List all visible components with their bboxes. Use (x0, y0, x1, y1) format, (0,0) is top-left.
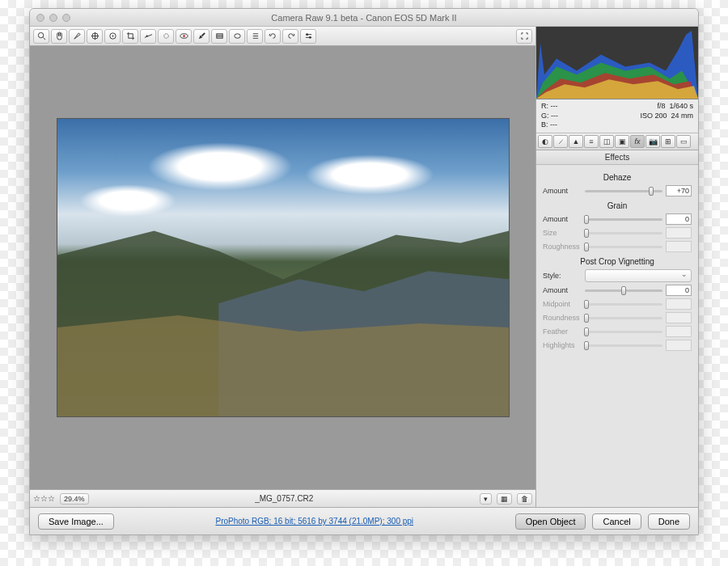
rotate-ccw-icon[interactable] (265, 29, 281, 44)
app-window: Camera Raw 9.1 beta - Canon EOS 5D Mark … (29, 8, 699, 535)
vignette-feather-value (666, 326, 692, 337)
toolbar (30, 27, 535, 46)
svg-point-22 (306, 33, 308, 36)
vignette-roundness-slider (585, 317, 662, 319)
graduated-filter-icon[interactable] (211, 29, 227, 44)
grain-size-value (666, 227, 692, 239)
grain-size-control: Size (543, 227, 692, 239)
exif-readout: R: --- G: --- B: --- f/8 1/640 s ISO 200… (536, 99, 698, 133)
vignette-amount-control: Amount 0 (543, 285, 692, 296)
prefs-icon[interactable] (300, 29, 316, 44)
dehaze-section-title: Dehaze (543, 173, 692, 182)
adjustments-panel: R: --- G: --- B: --- f/8 1/640 s ISO 200… (536, 27, 698, 507)
rating-stars[interactable]: ☆☆☆ (33, 494, 55, 503)
tab-presets[interactable]: ⊞ (661, 135, 675, 148)
svg-point-6 (112, 36, 113, 37)
dehaze-amount-value[interactable]: +70 (666, 185, 692, 196)
vignette-style-label: Style: (543, 272, 582, 280)
spot-removal-icon[interactable] (158, 29, 174, 44)
cancel-button[interactable]: Cancel (592, 513, 641, 530)
vignette-midpoint-slider (585, 303, 662, 306)
preview-pane: ☆☆☆ 29.4% _MG_0757.CR2 ▾ ▦ 🗑 (30, 27, 536, 507)
grain-amount-label: Amount (543, 215, 582, 223)
grid-icon[interactable]: ▦ (497, 493, 512, 505)
tab-lens[interactable]: ▣ (615, 135, 629, 148)
panel-title: Effects (536, 150, 698, 165)
vignette-amount-value[interactable]: 0 (666, 285, 692, 296)
rotate-cw-icon[interactable] (282, 29, 298, 44)
tab-curve[interactable]: ⟋ (553, 135, 568, 148)
grain-roughness-label: Roughness (543, 243, 582, 251)
crop-tool-icon[interactable] (122, 29, 138, 44)
grain-section-title: Grain (543, 201, 692, 210)
vignette-highlights-slider (585, 344, 662, 347)
targeted-adjust-icon[interactable] (104, 29, 121, 44)
grain-roughness-control: Roughness (543, 241, 692, 252)
grain-amount-control: Amount 0 (543, 213, 692, 225)
vignette-highlights-control: Highlights (543, 340, 692, 351)
zoom-tool-icon[interactable] (33, 29, 49, 44)
list-view-icon[interactable] (247, 29, 263, 44)
hand-tool-icon[interactable] (51, 29, 67, 44)
vignette-midpoint-value (666, 298, 692, 310)
tab-effects[interactable]: fx (630, 135, 645, 148)
save-image-button[interactable]: Save Image... (38, 513, 114, 530)
done-button[interactable]: Done (648, 513, 690, 530)
dehaze-amount-label: Amount (543, 187, 582, 195)
tab-detail[interactable]: ▲ (569, 135, 583, 148)
minimize-icon[interactable] (49, 14, 57, 22)
window-controls (30, 14, 70, 22)
vignette-highlights-value (666, 340, 692, 351)
tab-camera[interactable]: 📷 (645, 135, 660, 148)
svg-rect-8 (146, 36, 147, 37)
vignette-feather-label: Feather (543, 327, 582, 336)
open-object-button[interactable]: Open Object (515, 513, 586, 530)
zoom-level[interactable]: 29.4% (60, 493, 89, 505)
histogram[interactable] (536, 27, 698, 99)
panel-tabs: ◐ ⟋ ▲ ≡ ◫ ▣ fx 📷 ⊞ ▭ (536, 133, 698, 150)
titlebar: Camera Raw 9.1 beta - Canon EOS 5D Mark … (30, 9, 698, 27)
dehaze-amount-control: Amount +70 (543, 185, 692, 196)
vignette-style-dropdown[interactable] (585, 269, 692, 282)
dehaze-amount-slider[interactable] (585, 190, 662, 192)
tab-basic[interactable]: ◐ (538, 135, 552, 148)
radial-filter-icon[interactable] (229, 29, 245, 44)
svg-line-12 (201, 33, 205, 36)
close-icon[interactable] (36, 14, 44, 22)
workflow-link[interactable]: ProPhoto RGB; 16 bit; 5616 by 3744 (21.0… (121, 517, 509, 526)
vignette-highlights-label: Highlights (543, 341, 582, 349)
window-title: Camera Raw 9.1 beta - Canon EOS 5D Mark … (30, 13, 698, 23)
adjustment-brush-icon[interactable] (193, 29, 210, 44)
tab-snapshots[interactable]: ▭ (676, 135, 691, 148)
grain-roughness-slider (585, 246, 662, 248)
vignette-midpoint-label: Midpoint (543, 300, 582, 308)
svg-line-1 (43, 37, 45, 40)
grain-roughness-value (666, 241, 692, 252)
tab-hsl[interactable]: ≡ (584, 135, 599, 148)
svg-point-11 (183, 35, 185, 37)
fullscreen-icon[interactable] (516, 29, 532, 44)
svg-line-7 (144, 35, 151, 38)
vignette-amount-slider[interactable] (585, 289, 662, 292)
zoom-icon[interactable] (62, 14, 70, 22)
filename-label: _MG_0757.CR2 (94, 494, 475, 503)
image-canvas[interactable] (30, 46, 535, 489)
vignette-roundness-label: Roundness (543, 314, 582, 322)
vignette-feather-control: Feather (543, 326, 692, 337)
straighten-tool-icon[interactable] (140, 29, 156, 44)
status-bar: ☆☆☆ 29.4% _MG_0757.CR2 ▾ ▦ 🗑 (30, 489, 535, 507)
trash-icon[interactable]: 🗑 (517, 493, 532, 505)
redeye-tool-icon[interactable] (176, 29, 192, 44)
grain-amount-value[interactable]: 0 (666, 213, 692, 225)
photo-preview (57, 118, 510, 417)
tab-split[interactable]: ◫ (599, 135, 614, 148)
filter-icon[interactable]: ▾ (480, 493, 492, 505)
grain-amount-slider[interactable] (585, 218, 662, 221)
grain-size-label: Size (543, 229, 582, 237)
color-sampler-icon[interactable] (87, 29, 103, 44)
vignette-section-title: Post Crop Vignetting (543, 257, 692, 266)
white-balance-icon[interactable] (69, 29, 85, 44)
svg-point-23 (308, 36, 311, 39)
svg-point-0 (38, 32, 43, 37)
vignette-amount-label: Amount (543, 286, 582, 294)
